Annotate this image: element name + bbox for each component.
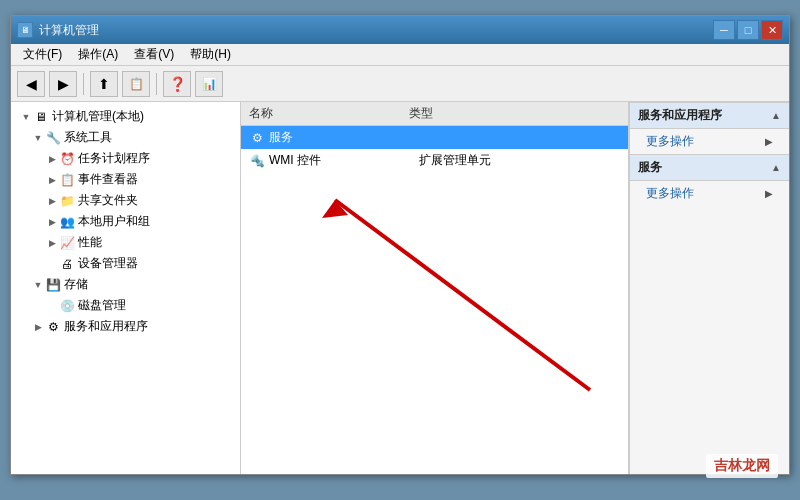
tree-item-services-apps[interactable]: ▶ ⚙ 服务和应用程序 — [11, 316, 240, 337]
chevron-right-icon-services: ▶ — [765, 188, 773, 199]
minimize-button[interactable]: ─ — [713, 20, 735, 40]
services-icon: ⚙ — [249, 130, 265, 146]
action-section-services-apps-header[interactable]: 服务和应用程序 ▲ — [630, 102, 789, 129]
tree-label-services-apps: 服务和应用程序 — [64, 318, 148, 335]
action-more-services-label: 更多操作 — [646, 185, 694, 202]
expand-icon-device — [45, 257, 59, 271]
expand-icon-perf: ▶ — [45, 236, 59, 250]
tree-item-local-users[interactable]: ▶ 👥 本地用户和组 — [11, 211, 240, 232]
collapse-icon-services-apps: ▲ — [771, 110, 781, 121]
toolbar-separator-2 — [156, 73, 157, 95]
maximize-button[interactable]: □ — [737, 20, 759, 40]
tree-item-performance[interactable]: ▶ 📈 性能 — [11, 232, 240, 253]
title-bar: 🖥 计算机管理 ─ □ ✕ — [11, 16, 789, 44]
clock-icon: ⏰ — [59, 151, 75, 167]
computer-icon: 🖥 — [33, 109, 49, 125]
expand-icon-root: ▼ — [19, 110, 33, 124]
expand-icon-users: ▶ — [45, 215, 59, 229]
action-section-services-header[interactable]: 服务 ▲ — [630, 154, 789, 181]
tree-item-event-viewer[interactable]: ▶ 📋 事件查看器 — [11, 169, 240, 190]
list-header: 名称 类型 — [241, 102, 628, 126]
tree-label-disk: 磁盘管理 — [78, 297, 126, 314]
tree-item-task-scheduler[interactable]: ▶ ⏰ 任务计划程序 — [11, 148, 240, 169]
tree-item-storage[interactable]: ▼ 💾 存储 — [11, 274, 240, 295]
toolbar: ◀ ▶ ⬆ 📋 ❓ 📊 — [11, 66, 789, 102]
middle-pane: 名称 类型 ⚙ 服务 🔩 WMI 控件 扩展管理单元 — [241, 102, 629, 474]
list-row-services[interactable]: ⚙ 服务 — [241, 126, 628, 149]
view-button[interactable]: 📊 — [195, 71, 223, 97]
menu-view[interactable]: 查看(V) — [126, 44, 182, 65]
window-icon: 🖥 — [17, 22, 33, 38]
watermark: 吉林龙网 — [706, 454, 778, 478]
tree-item-disk-management[interactable]: 💿 磁盘管理 — [11, 295, 240, 316]
expand-icon-shared: ▶ — [45, 194, 59, 208]
tree-item-shared-folders[interactable]: ▶ 📁 共享文件夹 — [11, 190, 240, 211]
menu-help[interactable]: 帮助(H) — [182, 44, 239, 65]
wmi-type: 扩展管理单元 — [419, 152, 491, 169]
chevron-right-icon-services-apps: ▶ — [765, 136, 773, 147]
action-more-services-apps[interactable]: 更多操作 ▶ — [630, 129, 789, 154]
system-tools-icon: 🔧 — [45, 130, 61, 146]
header-type: 类型 — [409, 105, 620, 122]
folder-icon: 📁 — [59, 193, 75, 209]
wmi-icon: 🔩 — [249, 153, 265, 169]
main-content: ▼ 🖥 计算机管理(本地) ▼ 🔧 系统工具 ▶ ⏰ 任务计划程序 ▶ — [11, 102, 789, 474]
tree-item-system-tools[interactable]: ▼ 🔧 系统工具 — [11, 127, 240, 148]
expand-icon-task: ▶ — [45, 152, 59, 166]
back-button[interactable]: ◀ — [17, 71, 45, 97]
tree-label-shared: 共享文件夹 — [78, 192, 138, 209]
window-controls: ─ □ ✕ — [713, 20, 783, 40]
forward-button[interactable]: ▶ — [49, 71, 77, 97]
tree-item-device-manager[interactable]: 🖨 设备管理器 — [11, 253, 240, 274]
performance-icon: 📈 — [59, 235, 75, 251]
up-button[interactable]: ⬆ — [90, 71, 118, 97]
tree-pane: ▼ 🖥 计算机管理(本地) ▼ 🔧 系统工具 ▶ ⏰ 任务计划程序 ▶ — [11, 102, 241, 474]
storage-icon: 💾 — [45, 277, 61, 293]
right-pane: 服务和应用程序 ▲ 更多操作 ▶ 服务 ▲ 更多操作 ▶ — [629, 102, 789, 474]
expand-icon-services-apps: ▶ — [31, 320, 45, 334]
expand-icon-storage: ▼ — [31, 278, 45, 292]
tree-label-root: 计算机管理(本地) — [52, 108, 144, 125]
list-row-wmi[interactable]: 🔩 WMI 控件 扩展管理单元 — [241, 149, 628, 172]
event-icon: 📋 — [59, 172, 75, 188]
expand-icon-system-tools: ▼ — [31, 131, 45, 145]
expand-icon-disk — [45, 299, 59, 313]
action-section-services-label: 服务 — [638, 159, 662, 176]
close-button[interactable]: ✕ — [761, 20, 783, 40]
users-icon: 👥 — [59, 214, 75, 230]
action-section-services-apps-label: 服务和应用程序 — [638, 107, 722, 124]
action-more-services-apps-label: 更多操作 — [646, 133, 694, 150]
services-name: 服务 — [269, 129, 419, 146]
header-name: 名称 — [249, 105, 409, 122]
expand-icon-event: ▶ — [45, 173, 59, 187]
device-icon: 🖨 — [59, 256, 75, 272]
tree-label-storage: 存储 — [64, 276, 88, 293]
menu-bar: 文件(F) 操作(A) 查看(V) 帮助(H) — [11, 44, 789, 66]
wmi-name: WMI 控件 — [269, 152, 419, 169]
toolbar-separator-1 — [83, 73, 84, 95]
menu-action[interactable]: 操作(A) — [70, 44, 126, 65]
window-title: 计算机管理 — [39, 22, 713, 39]
tree-label-device: 设备管理器 — [78, 255, 138, 272]
collapse-icon-services: ▲ — [771, 162, 781, 173]
disk-icon: 💿 — [59, 298, 75, 314]
menu-file[interactable]: 文件(F) — [15, 44, 70, 65]
tree-label-task: 任务计划程序 — [78, 150, 150, 167]
copy-button[interactable]: 📋 — [122, 71, 150, 97]
action-more-services[interactable]: 更多操作 ▶ — [630, 181, 789, 206]
tree-label-users: 本地用户和组 — [78, 213, 150, 230]
help-button[interactable]: ❓ — [163, 71, 191, 97]
tree-label-event: 事件查看器 — [78, 171, 138, 188]
tree-label-system-tools: 系统工具 — [64, 129, 112, 146]
services-apps-icon: ⚙ — [45, 319, 61, 335]
tree-item-root[interactable]: ▼ 🖥 计算机管理(本地) — [11, 106, 240, 127]
tree-label-perf: 性能 — [78, 234, 102, 251]
